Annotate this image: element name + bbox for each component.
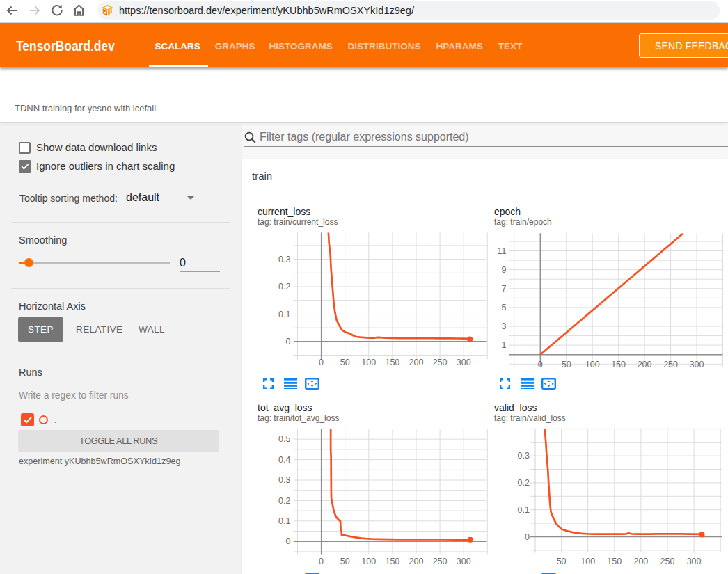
svg-text:100: 100 — [580, 557, 595, 566]
svg-text:0: 0 — [286, 536, 291, 546]
svg-text:1: 1 — [502, 340, 507, 350]
svg-text:300: 300 — [687, 557, 702, 566]
svg-text:0: 0 — [319, 557, 324, 566]
svg-text:0.2: 0.2 — [518, 478, 530, 488]
svg-text:250: 250 — [663, 360, 678, 369]
svg-text:0.3: 0.3 — [518, 451, 530, 461]
svg-text:7: 7 — [502, 284, 507, 294]
svg-text:0: 0 — [538, 360, 543, 369]
svg-text:300: 300 — [690, 360, 704, 369]
svg-text:3: 3 — [502, 321, 507, 331]
svg-text:50: 50 — [557, 557, 567, 566]
svg-text:200: 200 — [409, 358, 424, 367]
svg-text:0.4: 0.4 — [278, 455, 290, 465]
svg-text:200: 200 — [409, 557, 424, 566]
svg-text:100: 100 — [361, 358, 376, 367]
svg-text:0: 0 — [286, 337, 291, 346]
svg-text:0: 0 — [319, 358, 324, 367]
svg-text:150: 150 — [611, 360, 626, 369]
svg-text:0: 0 — [525, 532, 530, 542]
svg-text:9: 9 — [502, 265, 507, 275]
svg-text:150: 150 — [385, 557, 399, 566]
svg-text:50: 50 — [340, 358, 350, 367]
svg-text:0.2: 0.2 — [278, 496, 290, 506]
svg-text:50: 50 — [340, 557, 350, 566]
svg-text:300: 300 — [457, 358, 471, 367]
svg-text:0.2: 0.2 — [278, 282, 290, 292]
svg-text:0.3: 0.3 — [278, 255, 290, 264]
svg-text:0.3: 0.3 — [278, 475, 290, 485]
svg-text:250: 250 — [433, 358, 448, 367]
svg-text:250: 250 — [433, 557, 448, 566]
svg-text:150: 150 — [607, 557, 622, 566]
svg-text:11: 11 — [498, 246, 507, 256]
svg-text:100: 100 — [585, 360, 600, 369]
svg-text:0.5: 0.5 — [278, 434, 290, 444]
svg-text:50: 50 — [562, 360, 571, 369]
svg-text:300: 300 — [457, 557, 471, 566]
svg-text:250: 250 — [660, 557, 675, 566]
svg-text:200: 200 — [633, 557, 648, 566]
svg-text:0.1: 0.1 — [278, 516, 290, 526]
svg-text:0.1: 0.1 — [278, 310, 290, 319]
svg-text:100: 100 — [361, 557, 376, 566]
svg-text:200: 200 — [638, 360, 652, 369]
svg-text:150: 150 — [385, 358, 399, 367]
svg-text:5: 5 — [502, 303, 507, 312]
svg-text:0.1: 0.1 — [518, 505, 530, 515]
